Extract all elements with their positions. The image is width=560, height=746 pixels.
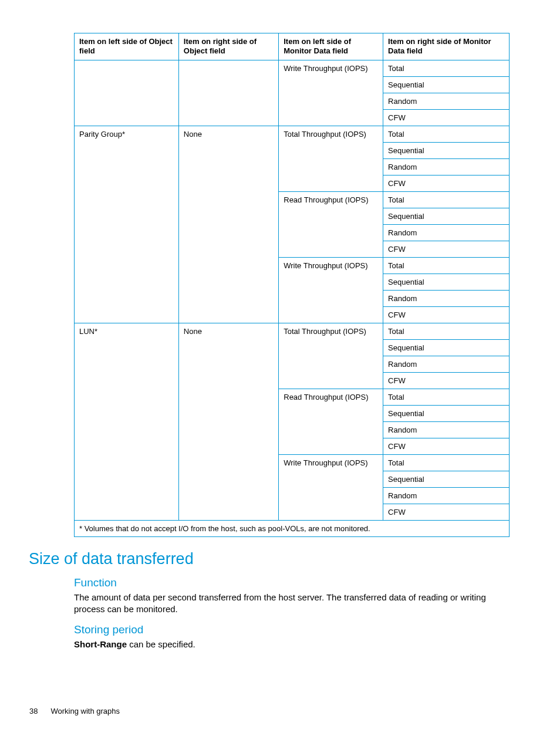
cell: Random — [383, 224, 510, 241]
table-row: Write Throughput (IOPS) Total — [75, 60, 510, 76]
cell: Sequential — [383, 339, 510, 356]
cell — [178, 60, 278, 126]
chapter-title: Working with graphs — [50, 707, 120, 715]
cell: None — [178, 323, 278, 520]
cell: Sequential — [383, 142, 510, 158]
cell: Parity Group* — [75, 126, 179, 323]
cell: CFW — [383, 372, 510, 389]
cell: Random — [383, 93, 510, 109]
storing-rest: can be specified. — [127, 639, 195, 649]
cell: CFW — [383, 175, 510, 191]
cell: Total — [383, 126, 510, 142]
page-content: Item on left side of Object field Item o… — [0, 0, 560, 650]
cell: Write Throughput (IOPS) — [279, 454, 383, 520]
cell: Sequential — [383, 405, 510, 421]
col-header: Item on left side of Monitor Data field — [279, 33, 383, 60]
cell: Random — [383, 158, 510, 175]
cell: Sequential — [383, 208, 510, 224]
cell: Total — [383, 323, 510, 339]
page-number: 38 — [29, 707, 38, 715]
cell: Read Throughput (IOPS) — [279, 389, 383, 454]
cell: Random — [383, 356, 510, 372]
cell: LUN* — [75, 323, 179, 520]
cell: Sequential — [383, 76, 510, 93]
col-header: Item on right side of Object field — [178, 33, 278, 60]
short-range-label: Short-Range — [74, 639, 127, 649]
cell: Total Throughput (IOPS) — [279, 126, 383, 191]
cell: Read Throughput (IOPS) — [279, 191, 383, 257]
page-footer: 38Working with graphs — [29, 707, 120, 715]
cell: CFW — [383, 438, 510, 454]
cell: None — [178, 126, 278, 323]
throughput-table: Item on left side of Object field Item o… — [74, 33, 510, 537]
col-header: Item on right side of Monitor Data field — [383, 33, 510, 60]
table-header-row: Item on left side of Object field Item o… — [75, 33, 510, 60]
cell: Write Throughput (IOPS) — [279, 257, 383, 323]
col-header: Item on left side of Object field — [75, 33, 179, 60]
cell: Total — [383, 191, 510, 208]
cell: Random — [383, 487, 510, 504]
storing-period-body: Short-Range can be specified. — [74, 639, 510, 650]
cell: CFW — [383, 504, 510, 520]
section-title: Size of data transferred — [29, 550, 510, 568]
cell: CFW — [383, 241, 510, 257]
cell: Write Throughput (IOPS) — [279, 60, 383, 126]
cell: Random — [383, 290, 510, 306]
cell — [75, 60, 179, 126]
cell: CFW — [383, 306, 510, 323]
cell: Total — [383, 60, 510, 76]
cell: Total — [383, 257, 510, 274]
function-heading: Function — [74, 576, 510, 589]
cell: Random — [383, 421, 510, 438]
cell: Sequential — [383, 274, 510, 290]
table-footnote-row: * Volumes that do not accept I/O from th… — [75, 520, 510, 536]
cell: Sequential — [383, 471, 510, 487]
cell: Total — [383, 454, 510, 471]
cell: Total — [383, 389, 510, 405]
storing-period-heading: Storing period — [74, 623, 510, 636]
cell: CFW — [383, 109, 510, 126]
function-body: The amount of data per second transferre… — [74, 592, 510, 616]
table-footnote: * Volumes that do not accept I/O from th… — [75, 520, 510, 536]
cell: Total Throughput (IOPS) — [279, 323, 383, 389]
table-row: LUN* None Total Throughput (IOPS) Total — [75, 323, 510, 339]
table-row: Parity Group* None Total Throughput (IOP… — [75, 126, 510, 142]
